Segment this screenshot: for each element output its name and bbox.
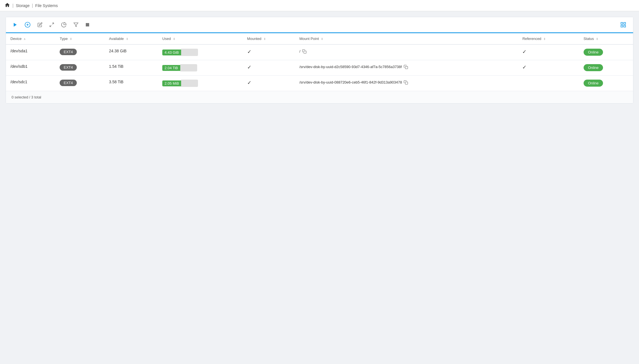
status-badge: Online <box>584 80 603 87</box>
cell-mount-point: / <box>295 44 518 60</box>
filter-button[interactable] <box>72 21 80 28</box>
toolbar-right <box>619 21 627 29</box>
cell-device: /dev/sdb1 <box>6 60 55 76</box>
mount-point-text: / <box>299 49 300 54</box>
col-status[interactable]: Status ⇕ <box>579 33 633 44</box>
cell-mounted: ✓ <box>243 76 295 91</box>
cell-available: 24.38 GiB <box>105 44 158 60</box>
stop-button[interactable] <box>84 21 91 28</box>
svg-rect-13 <box>405 66 408 69</box>
status-badge: Online <box>584 64 603 71</box>
table-row: /dev/sdc1EXT43.58 TiB2.05 MiB✓/srv/dev-d… <box>6 76 633 91</box>
cell-referenced: ✓ <box>518 44 579 60</box>
svg-rect-14 <box>405 82 408 84</box>
separator-1: | <box>12 3 14 8</box>
mounted-check-icon: ✓ <box>247 49 251 55</box>
cell-mount-point: /srv/dev-disk-by-uuid-088720e6-ceb5-46f1… <box>295 76 518 91</box>
selection-count: 0 selected / 3 total <box>12 95 41 99</box>
status-badge: Online <box>584 49 603 56</box>
svg-rect-11 <box>624 25 626 27</box>
separator-2: | <box>32 3 33 8</box>
cell-referenced: ✓ <box>518 60 579 76</box>
cell-type: EXT4 <box>55 60 104 76</box>
svg-marker-6 <box>74 23 78 27</box>
cell-mounted: ✓ <box>243 44 295 60</box>
add-button[interactable] <box>23 21 32 29</box>
topbar: | Storage | File Systems <box>0 0 639 11</box>
cell-available: 3.58 TiB <box>105 76 158 91</box>
grid-view-button[interactable] <box>619 21 627 29</box>
cell-device: /dev/sdc1 <box>6 76 55 91</box>
toolbar <box>6 17 633 33</box>
used-value: 2.05 MiB <box>162 80 181 86</box>
copy-mount-point-button[interactable] <box>302 49 307 55</box>
cell-mounted: ✓ <box>243 60 295 76</box>
table-footer: 0 selected / 3 total <box>6 91 633 103</box>
col-used[interactable]: Used ⇕ <box>158 33 243 44</box>
copy-mount-point-button[interactable] <box>404 80 408 86</box>
chart-button[interactable] <box>60 21 68 29</box>
mounted-check-icon: ✓ <box>247 80 251 86</box>
svg-rect-8 <box>621 23 623 24</box>
main-panel: Device ∧ Type ⇕ Available ⇕ Used ⇕ Mount… <box>6 17 633 104</box>
col-mount-point[interactable]: Mount Point ⇕ <box>295 33 518 44</box>
type-badge: EXT4 <box>60 49 77 55</box>
cell-status: Online <box>579 76 633 91</box>
cell-device: /dev/sda1 <box>6 44 55 60</box>
cell-referenced <box>518 76 579 91</box>
cell-status: Online <box>579 44 633 60</box>
expand-button[interactable] <box>48 21 55 28</box>
cell-used: 2.04 TiB <box>158 60 243 76</box>
col-available[interactable]: Available ⇕ <box>105 33 158 44</box>
cell-status: Online <box>579 60 633 76</box>
svg-line-5 <box>50 25 51 27</box>
mount-point-text: /srv/dev-disk-by-uuid-088720e6-ceb5-46f1… <box>299 80 402 85</box>
edit-button[interactable] <box>36 21 44 28</box>
mounted-check-icon: ✓ <box>247 64 251 70</box>
referenced-check-icon: ✓ <box>522 49 526 55</box>
used-bar <box>181 49 198 56</box>
used-value: 4.43 GiB <box>162 50 181 55</box>
svg-marker-0 <box>14 23 17 27</box>
svg-line-4 <box>52 23 54 24</box>
cell-type: EXT4 <box>55 76 104 91</box>
cell-used: 4.43 GiB <box>158 44 243 60</box>
used-value: 2.04 TiB <box>162 65 180 71</box>
table-header-row: Device ∧ Type ⇕ Available ⇕ Used ⇕ Mount… <box>6 33 633 44</box>
referenced-check-icon: ✓ <box>522 64 526 70</box>
svg-rect-12 <box>304 51 306 53</box>
used-bar <box>181 80 198 87</box>
cell-mount-point: /srv/dev-disk-by-uuid-d2c58590-93d7-4346… <box>295 60 518 76</box>
cell-type: EXT4 <box>55 44 104 60</box>
svg-rect-9 <box>624 23 626 24</box>
col-device[interactable]: Device ∧ <box>6 33 55 44</box>
used-bar <box>180 64 197 71</box>
home-icon[interactable] <box>4 2 10 9</box>
svg-rect-10 <box>621 25 623 27</box>
mount-point-text: /srv/dev-disk-by-uuid-d2c58590-93d7-4346… <box>299 64 402 70</box>
file-systems-table: Device ∧ Type ⇕ Available ⇕ Used ⇕ Mount… <box>6 33 633 91</box>
type-badge: EXT4 <box>60 64 77 71</box>
play-button[interactable] <box>12 21 19 28</box>
cell-available: 1.54 TiB <box>105 60 158 76</box>
svg-rect-7 <box>86 23 89 26</box>
table-row: /dev/sda1EXT424.38 GiB4.43 GiB✓/✓Online <box>6 44 633 60</box>
col-mounted[interactable]: Mounted ⇕ <box>243 33 295 44</box>
col-type[interactable]: Type ⇕ <box>55 33 104 44</box>
table-row: /dev/sdb1EXT41.54 TiB2.04 TiB✓/srv/dev-d… <box>6 60 633 76</box>
copy-mount-point-button[interactable] <box>404 65 408 70</box>
cell-used: 2.05 MiB <box>158 76 243 91</box>
breadcrumb-storage[interactable]: Storage <box>16 3 30 8</box>
col-referenced[interactable]: Referenced ⇕ <box>518 33 579 44</box>
breadcrumb-filesystems[interactable]: File Systems <box>35 3 58 8</box>
type-badge: EXT4 <box>60 80 77 86</box>
